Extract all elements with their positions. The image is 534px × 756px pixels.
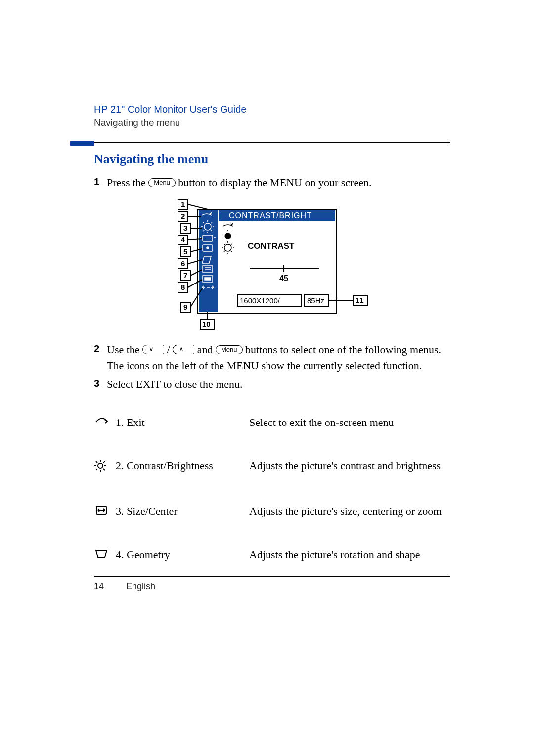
- down-button-pill: ∨: [142, 345, 164, 354]
- svg-text:3: 3: [183, 224, 187, 232]
- osd-refresh: 85Hz: [307, 296, 324, 305]
- menu-desc: Adjusts the picture's rotation and shape: [249, 547, 450, 562]
- osd-item: CONTRAST: [248, 241, 295, 251]
- up-button-pill: ∧: [173, 345, 194, 354]
- svg-rect-1: [199, 210, 218, 312]
- svg-point-11: [224, 244, 231, 251]
- step-number: 1: [94, 175, 107, 190]
- step-text: Press the Menu button to display the MEN…: [107, 175, 450, 190]
- svg-line-55: [103, 469, 105, 470]
- step-3: 3 Select EXIT to close the menu.: [94, 377, 450, 392]
- page-content: HP 21" Color Monitor User's Guide Naviga…: [0, 0, 534, 592]
- svg-line-56: [103, 461, 105, 463]
- svg-point-6: [207, 247, 209, 249]
- svg-point-49: [98, 463, 103, 468]
- step-2: 2 Use the ∨ / ∧ and Menu buttons to sele…: [94, 342, 450, 374]
- menu-row-geometry: 4. Geometry Adjusts the picture's rotati…: [94, 547, 450, 563]
- svg-text:9: 9: [183, 303, 187, 311]
- step-number: 3: [94, 377, 107, 392]
- exit-icon: [94, 415, 116, 431]
- osd-title: CONTRAST/BRIGHT: [229, 211, 312, 220]
- doc-subtitle: Navigating the menu: [94, 117, 450, 128]
- text-fragment: and: [197, 343, 216, 356]
- text-fragment: Press the: [107, 176, 148, 189]
- text-fragment: /: [167, 343, 173, 356]
- callout-10: 10: [200, 312, 214, 329]
- svg-line-54: [96, 461, 97, 463]
- svg-rect-9: [205, 278, 211, 280]
- menu-button-pill: Menu: [216, 345, 243, 354]
- menu-desc: Select to exit the on-screen menu: [249, 415, 450, 430]
- geometry-icon: [94, 547, 116, 563]
- step-1: 1 Press the Menu button to display the M…: [94, 175, 450, 190]
- size-center-icon: [94, 504, 116, 520]
- svg-text:11: 11: [356, 296, 364, 304]
- menu-row-size-center: 3. Size/Center Adjusts the picture's siz…: [94, 504, 450, 520]
- callout-11: 11: [329, 295, 367, 305]
- menu-desc: Adjusts the picture's size, centering or…: [249, 504, 450, 519]
- footer-language: English: [126, 581, 155, 591]
- callout-1: 1: [178, 199, 208, 209]
- svg-line-57: [96, 469, 97, 470]
- blue-accent-marker: [70, 141, 94, 146]
- brightness-icon: [94, 458, 116, 476]
- svg-text:7: 7: [183, 271, 187, 280]
- rule-bottom: [94, 576, 450, 577]
- svg-text:5: 5: [183, 247, 187, 256]
- menu-label: 3. Size/Center: [116, 504, 249, 519]
- osd-svg: CONTRAST/BRIGHT CONTRAST: [166, 199, 378, 333]
- callout-4: 4: [178, 235, 202, 245]
- svg-text:8: 8: [181, 283, 185, 291]
- menu-row-exit: 1. Exit Select to exit the on-screen men…: [94, 415, 450, 431]
- menu-label: 2. Contrast/Brightness: [116, 458, 249, 473]
- section-heading: Navigating the menu: [94, 152, 450, 167]
- osd-diagram: CONTRAST/BRIGHT CONTRAST: [94, 199, 450, 335]
- menu-label: 4. Geometry: [116, 547, 249, 562]
- menu-button-pill: Menu: [148, 178, 176, 187]
- svg-text:6: 6: [181, 259, 185, 268]
- text-fragment: Use the: [107, 343, 142, 356]
- step-text: Use the ∨ / ∧ and Menu buttons to select…: [107, 342, 450, 374]
- callout-8: 8: [178, 280, 202, 292]
- page-number: 14: [94, 581, 124, 592]
- svg-text:4: 4: [181, 236, 185, 244]
- menu-label: 1. Exit: [116, 415, 249, 430]
- callout-6: 6: [178, 259, 202, 269]
- menu-items-table: 1. Exit Select to exit the on-screen men…: [94, 415, 450, 563]
- svg-text:2: 2: [181, 212, 185, 220]
- osd-resolution: 1600X1200/: [240, 296, 280, 305]
- doc-title: HP 21" Color Monitor User's Guide: [94, 104, 450, 115]
- svg-text:10: 10: [202, 320, 211, 328]
- svg-text:1: 1: [181, 200, 185, 208]
- page-footer: 14 English: [94, 581, 450, 592]
- menu-row-contrast-brightness: 2. Contrast/Brightness Adjusts the pictu…: [94, 458, 450, 476]
- osd-value: 45: [279, 274, 288, 283]
- step-number: 2: [94, 342, 107, 374]
- step-text: Select EXIT to close the menu.: [107, 377, 450, 392]
- menu-desc: Adjusts the picture's contrast and brigh…: [249, 458, 450, 473]
- rule-top: [94, 142, 450, 143]
- svg-line-18: [188, 204, 208, 209]
- text-fragment: button to display the MENU on your scree…: [178, 176, 371, 189]
- svg-point-10: [225, 233, 231, 239]
